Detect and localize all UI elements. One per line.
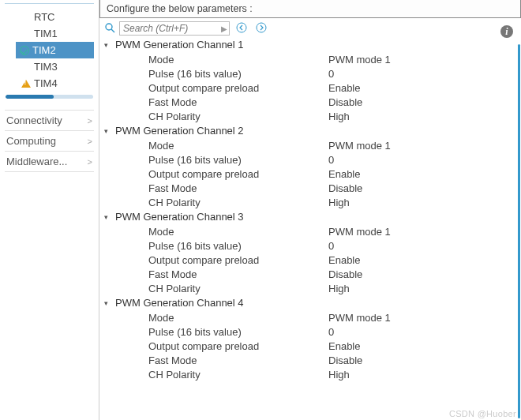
- param-label: Output compare preload: [148, 340, 328, 352]
- param-row[interactable]: Fast ModeDisable: [104, 353, 518, 367]
- svg-point-2: [237, 23, 246, 32]
- category-label: Computing: [6, 135, 56, 147]
- param-label: Mode: [148, 140, 328, 152]
- param-row[interactable]: CH PolarityHigh: [104, 195, 518, 209]
- param-label: Fast Mode: [148, 268, 328, 280]
- group-title: PWM Generation Channel 4: [115, 297, 244, 309]
- param-label: Pulse (16 bits value): [148, 326, 328, 338]
- param-value: 0: [328, 326, 334, 338]
- chevron-down-icon: ▾: [104, 127, 112, 135]
- param-value: Enable: [328, 82, 360, 94]
- tree-item-label: TIM4: [34, 77, 58, 89]
- param-label: Output compare preload: [148, 82, 328, 94]
- svg-point-0: [106, 24, 112, 30]
- scrollbar[interactable]: [518, 44, 520, 418]
- group-title: PWM Generation Channel 2: [115, 125, 244, 137]
- param-row[interactable]: ModePWM mode 1: [104, 138, 518, 152]
- sidebar-divider: [5, 3, 94, 4]
- chevron-right-icon: >: [88, 116, 92, 126]
- param-value: PWM mode 1: [328, 226, 391, 238]
- chevron-right-icon: >: [88, 157, 92, 167]
- nav-prev-icon[interactable]: [234, 22, 249, 36]
- param-row[interactable]: CH PolarityHigh: [104, 109, 518, 123]
- param-row[interactable]: CH PolarityHigh: [104, 281, 518, 295]
- param-value: PWM mode 1: [328, 140, 391, 152]
- watermark: CSDN @Huober: [449, 409, 516, 418]
- param-label: Fast Mode: [148, 96, 328, 108]
- param-value: Disable: [328, 96, 362, 108]
- main-panel: Configure the below parameters : ▶ i ▾PW…: [99, 0, 521, 420]
- tree-item-label: TIM3: [34, 61, 58, 73]
- param-value: Disable: [328, 182, 362, 194]
- param-label: Fast Mode: [148, 354, 328, 366]
- toolbar: ▶: [99, 18, 521, 37]
- group-header[interactable]: ▾PWM Generation Channel 1: [104, 37, 518, 52]
- param-row[interactable]: Pulse (16 bits value)0: [104, 324, 518, 339]
- search-go-icon[interactable]: ▶: [221, 24, 227, 33]
- param-row[interactable]: Pulse (16 bits value)0: [104, 152, 518, 167]
- svg-line-1: [111, 29, 114, 32]
- param-label: Mode: [148, 226, 328, 238]
- warning-icon: [21, 78, 31, 88]
- param-value: High: [328, 283, 350, 294]
- category-connectivity[interactable]: Connectivity>: [5, 110, 94, 130]
- category-list: Connectivity>Computing>Middleware...>: [5, 110, 94, 172]
- param-row[interactable]: ModePWM mode 1: [104, 310, 518, 324]
- param-row[interactable]: Fast ModeDisable: [104, 181, 518, 195]
- nav-next-icon[interactable]: [253, 22, 269, 36]
- param-label: Mode: [148, 54, 328, 66]
- config-header: Configure the below parameters :: [99, 0, 521, 18]
- param-row[interactable]: Output compare preloadEnable: [104, 167, 518, 181]
- param-row[interactable]: Fast ModeDisable: [104, 95, 518, 109]
- category-label: Middleware...: [6, 156, 67, 167]
- param-value: Enable: [328, 340, 360, 352]
- param-label: Output compare preload: [148, 254, 328, 266]
- group-title: PWM Generation Channel 1: [115, 39, 244, 51]
- tree-item-rtc[interactable]: RTC: [19, 9, 94, 25]
- param-label: Pulse (16 bits value): [148, 154, 328, 166]
- tree-item-tim1[interactable]: TIM1: [19, 25, 94, 42]
- category-middleware-[interactable]: Middleware...>: [5, 151, 94, 172]
- tree-item-label: TIM2: [32, 44, 56, 56]
- search-input[interactable]: [119, 21, 230, 36]
- tree-item-tim3[interactable]: TIM3: [19, 58, 94, 75]
- info-icon[interactable]: i: [500, 25, 513, 38]
- group-header[interactable]: ▾PWM Generation Channel 4: [104, 295, 518, 310]
- param-row[interactable]: ModePWM mode 1: [104, 224, 518, 238]
- status-placeholder: [21, 28, 31, 39]
- param-label: Mode: [148, 312, 328, 324]
- param-value: 0: [328, 240, 334, 252]
- param-label: Output compare preload: [148, 168, 328, 180]
- param-row[interactable]: Fast ModeDisable: [104, 267, 518, 281]
- param-value: Enable: [328, 254, 360, 266]
- progress-bar: [6, 95, 93, 99]
- param-label: Fast Mode: [148, 182, 328, 194]
- param-label: CH Polarity: [148, 111, 328, 122]
- tree-item-tim2[interactable]: TIM2: [16, 42, 94, 58]
- group-header[interactable]: ▾PWM Generation Channel 3: [104, 209, 518, 224]
- param-value: High: [328, 369, 350, 381]
- svg-point-3: [257, 23, 266, 32]
- tree-item-label: RTC: [34, 11, 54, 23]
- status-placeholder: [21, 12, 31, 22]
- category-computing[interactable]: Computing>: [5, 130, 94, 151]
- param-value: Enable: [328, 168, 360, 180]
- param-row[interactable]: Pulse (16 bits value)0: [104, 66, 518, 81]
- search-icon[interactable]: [104, 22, 115, 36]
- check-icon: [19, 45, 29, 55]
- tree-item-tim4[interactable]: TIM4: [19, 75, 94, 92]
- group-header[interactable]: ▾PWM Generation Channel 2: [104, 123, 518, 138]
- param-value: 0: [328, 154, 334, 166]
- param-row[interactable]: Output compare preloadEnable: [104, 339, 518, 353]
- param-value: High: [328, 197, 350, 208]
- param-row[interactable]: Output compare preloadEnable: [104, 81, 518, 95]
- parameter-list[interactable]: ▾PWM Generation Channel 1ModePWM mode 1P…: [99, 37, 521, 420]
- param-row[interactable]: CH PolarityHigh: [104, 367, 518, 381]
- param-row[interactable]: Pulse (16 bits value)0: [104, 238, 518, 253]
- param-row[interactable]: Output compare preloadEnable: [104, 253, 518, 267]
- param-value: 0: [328, 68, 334, 80]
- param-label: Pulse (16 bits value): [148, 240, 328, 252]
- chevron-right-icon: >: [88, 137, 92, 146]
- group-title: PWM Generation Channel 3: [115, 211, 244, 223]
- param-row[interactable]: ModePWM mode 1: [104, 52, 518, 66]
